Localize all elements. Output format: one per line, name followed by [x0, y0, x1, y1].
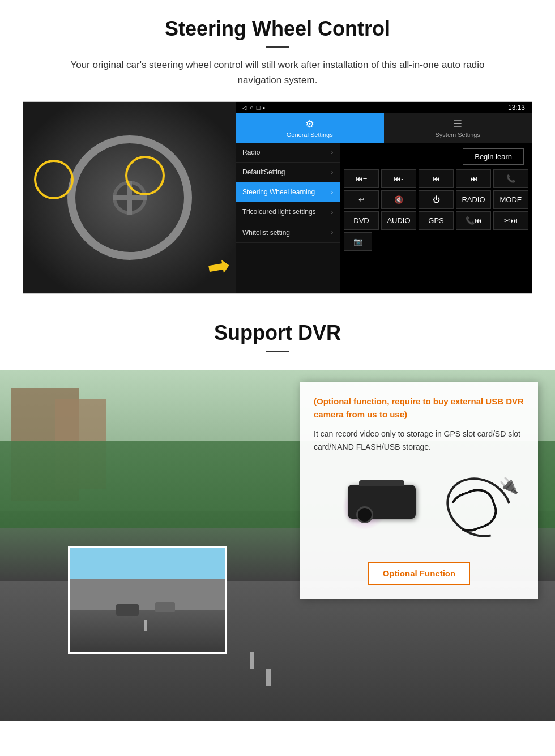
road-mark-2 [266, 669, 271, 686]
chevron-icon: › [331, 189, 333, 195]
menu-radio-label: Radio [242, 148, 260, 156]
dvr-info-card: (Optional function, require to buy exter… [300, 382, 538, 599]
ctrl-row-2: ↩ 🔇 ⏻ RADIO MODE [344, 190, 528, 209]
ctrl-mute[interactable]: 🔇 [381, 190, 416, 209]
menu-item-tricolour[interactable]: Tricoloured light settings › [236, 202, 340, 223]
road-mark-1 [250, 652, 254, 669]
android-panel: ◁ ○ □ ▪ 13:13 ⚙ General Settings ☰ Syste… [236, 102, 532, 293]
camera-top [359, 480, 404, 486]
android-statusbar: ◁ ○ □ ▪ 13:13 [236, 102, 532, 113]
dvr-header: Support DVR [0, 305, 555, 370]
dvr-section: Support DVR [0, 305, 555, 721]
thumb-road-mark [144, 620, 147, 631]
thumb-car-2 [155, 602, 175, 612]
ctrl-call[interactable]: 📞 [493, 169, 528, 188]
dvr-thumb-inner [70, 548, 225, 652]
ctrl-dvd[interactable]: DVD [344, 211, 379, 230]
recent-icon: □ [257, 104, 261, 111]
dvr-title: Support DVR [23, 321, 532, 345]
highlight-left [34, 160, 74, 199]
camera-lens [356, 506, 373, 523]
ctrl-prev[interactable]: ⏮ [419, 169, 454, 188]
control-panel: Begin learn ⏮+ ⏮- ⏮ ⏭ 📞 ↩ 🔇 ⏻ [340, 143, 532, 293]
steering-wheel-section: Steering Wheel Control Your original car… [0, 0, 555, 305]
dvr-street: (Optional function, require to buy exter… [0, 370, 555, 721]
ctrl-power[interactable]: ⏻ [419, 190, 454, 209]
menu-tricolour-label: Tricoloured light settings [242, 208, 316, 217]
chevron-icon: › [331, 150, 333, 156]
ctrl-call-prev[interactable]: 📞⏮ [456, 211, 491, 230]
ctrl-camera[interactable]: 📷 [344, 232, 372, 251]
camera-device [348, 485, 416, 519]
title-divider [266, 46, 289, 48]
ctrl-mode[interactable]: MODE [493, 190, 528, 209]
usb-plug-icon: 🔌 [499, 476, 519, 495]
menu-item-whitelist[interactable]: Whitelist setting › [236, 223, 340, 243]
menu-default-label: DefaultSetting [242, 168, 285, 176]
ctrl-cut-next[interactable]: ✂⏭ [493, 211, 528, 230]
begin-learn-row: Begin learn [344, 146, 528, 167]
steering-photo: ➡ [23, 102, 236, 293]
ctrl-back[interactable]: ↩ [344, 190, 379, 209]
dvr-background: (Optional function, require to buy exter… [0, 370, 555, 721]
tab-general[interactable]: ⚙ General Settings [236, 113, 384, 143]
ctrl-row-4: 📷 [344, 232, 528, 251]
chevron-icon: › [331, 210, 333, 216]
ctrl-radio[interactable]: RADIO [456, 190, 491, 209]
ctrl-row-3: DVD AUDIO GPS 📞⏮ ✂⏭ [344, 211, 528, 230]
settings-icon: ☰ [453, 118, 462, 130]
home-icon: ○ [250, 104, 254, 111]
gear-icon: ⚙ [305, 118, 314, 130]
steering-bg: ➡ [23, 102, 236, 293]
begin-learn-button[interactable]: Begin learn [463, 148, 524, 165]
chevron-icon: › [331, 229, 333, 236]
steering-demo: ➡ ◁ ○ □ ▪ 13:13 ⚙ General Settings [23, 101, 532, 294]
menu-item-radio[interactable]: Radio › [236, 143, 340, 163]
ctrl-next[interactable]: ⏭ [456, 169, 491, 188]
android-tabs: ⚙ General Settings ☰ System Settings [236, 113, 532, 143]
steering-title: Steering Wheel Control [23, 17, 532, 41]
ctrl-audio[interactable]: AUDIO [381, 211, 416, 230]
status-time: 13:13 [508, 104, 525, 112]
tab-general-label: General Settings [287, 131, 333, 138]
tab-system[interactable]: ☰ System Settings [384, 113, 532, 143]
back-icon: ◁ [242, 104, 247, 112]
optional-function-button[interactable]: Optional Function [368, 562, 470, 585]
dvr-divider [266, 351, 289, 352]
dvr-camera-image: 🔌 [314, 462, 524, 553]
nav-buttons: ◁ ○ □ ▪ [242, 104, 265, 112]
ctrl-gps[interactable]: GPS [419, 211, 454, 230]
tab-system-label: System Settings [436, 131, 480, 138]
optional-warning: (Optional function, require to buy exter… [314, 395, 524, 421]
dvr-description: It can record video only to storage in G… [314, 428, 524, 453]
menu-item-steering[interactable]: Steering Wheel learning › [236, 182, 340, 202]
ctrl-vol-up[interactable]: ⏮+ [344, 169, 379, 188]
highlight-right [125, 156, 165, 195]
steering-description: Your original car's steering wheel contr… [51, 57, 504, 88]
dvr-thumbnail [68, 546, 227, 654]
thumb-car-1 [116, 604, 139, 616]
ctrl-vol-down[interactable]: ⏮- [381, 169, 416, 188]
menu-item-default[interactable]: DefaultSetting › [236, 163, 340, 182]
arrow-icon: ➡ [204, 249, 232, 284]
menu-whitelist-label: Whitelist setting [242, 229, 290, 237]
menu-panel: Radio › DefaultSetting › Steering Wheel … [236, 143, 340, 293]
android-content: Radio › DefaultSetting › Steering Wheel … [236, 143, 532, 293]
chevron-icon: › [331, 169, 333, 176]
menu-icon: ▪ [263, 104, 265, 111]
menu-steering-label: Steering Wheel learning [242, 188, 315, 196]
ctrl-row-1: ⏮+ ⏮- ⏮ ⏭ 📞 [344, 169, 528, 188]
steering-wheel [67, 135, 192, 260]
